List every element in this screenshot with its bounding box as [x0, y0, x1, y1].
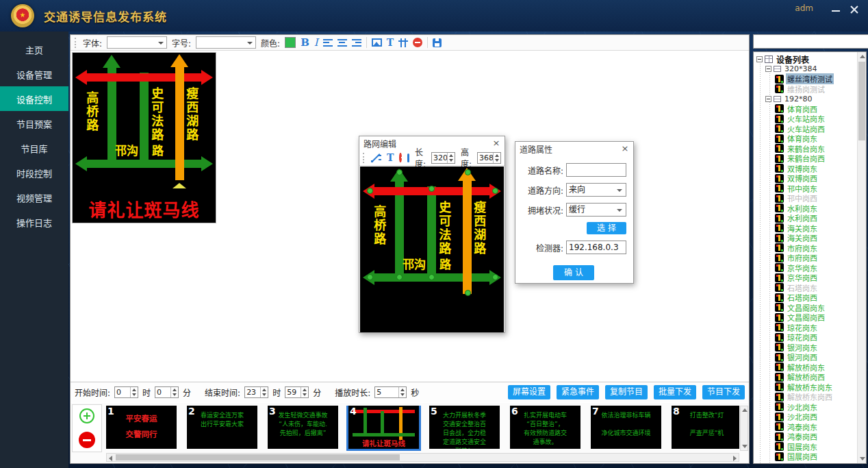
road-editor-titlebar[interactable]: 路网编辑 × — [359, 136, 505, 150]
playlist-item[interactable]: 8 打击整改“灯 严查严惩“机 — [672, 406, 739, 449]
collapse-icon[interactable] — [765, 66, 771, 72]
bold-icon[interactable]: B — [301, 36, 309, 49]
device-item[interactable]: 海关岗东 — [775, 223, 857, 234]
node-handle[interactable] — [429, 186, 435, 192]
scroll-down-icon[interactable] — [742, 445, 748, 448]
stepper-arrows-icon[interactable] — [260, 387, 268, 397]
stepper-arrows-icon[interactable] — [447, 153, 455, 163]
tree-group[interactable]: 192*80 — [765, 94, 857, 104]
node-handle[interactable] — [396, 169, 403, 175]
tree-group[interactable]: 320*384 — [765, 64, 857, 75]
color-swatch[interactable] — [285, 37, 296, 48]
horizontal-scrollbar[interactable] — [106, 453, 739, 462]
node-handle[interactable] — [367, 274, 373, 280]
save-icon[interactable] — [407, 153, 409, 162]
remove-program-button[interactable] — [79, 432, 95, 448]
device-item[interactable]: 来鹤台岗东 — [775, 144, 857, 154]
playlist-item[interactable]: 6 扎实开展电动车 “百日整治”， 有效预防道路交 通事故。 — [510, 406, 580, 449]
select-button[interactable]: 选 择 — [587, 222, 626, 234]
device-search-input[interactable] — [753, 34, 868, 49]
device-item[interactable]: 体育岗西 — [775, 104, 857, 114]
road-direction-select[interactable]: 来向 — [566, 183, 626, 197]
device-item[interactable]: 文昌阁岗西 — [775, 312, 857, 323]
device-item[interactable]: 解放桥岗西 — [775, 372, 857, 382]
insert-text-icon[interactable]: T — [387, 152, 394, 163]
node-handle[interactable] — [465, 290, 471, 296]
height-stepper[interactable]: 368 — [477, 152, 501, 164]
sidebar-item[interactable]: 操作日志 — [0, 210, 68, 234]
end-hour-stepper[interactable]: 23 — [244, 386, 268, 398]
device-item[interactable]: 双博岗东 — [775, 164, 857, 174]
node-handle[interactable] — [492, 188, 498, 194]
device-item[interactable]: 文昌阁岗东 — [775, 303, 857, 313]
device-item[interactable]: 市府岗东 — [775, 243, 857, 254]
device-item[interactable]: 火车站岗东 — [775, 114, 857, 124]
action-button[interactable]: 紧急事件 — [557, 385, 599, 399]
device-item[interactable]: 体育岗东 — [775, 134, 857, 144]
playlist-item[interactable]: 5 大力开展秋冬季 交通安全整治百 日会战，全力稳 定道路交通安全 形势！ — [429, 406, 500, 449]
action-button[interactable]: 屏幕设置 — [508, 385, 550, 399]
device-item[interactable]: 解放桥东岗东 — [775, 382, 857, 393]
device-item[interactable]: 火车站岗西 — [775, 124, 857, 134]
congestion-select[interactable]: 缓行 — [566, 203, 626, 217]
playlist-item[interactable]: 4 请礼让斑马线 — [348, 406, 419, 449]
screen-preview[interactable]: 高桥路 史可法路 瘦西湖路 邗沟 路 请礼让斑马线 — [72, 52, 216, 223]
duration-value[interactable]: 5 — [375, 387, 398, 397]
end-minute-stepper[interactable]: 59 — [285, 386, 309, 398]
italic-icon[interactable]: I — [314, 36, 318, 49]
font-dropdown[interactable] — [107, 36, 167, 49]
draw-road-icon[interactable] — [371, 153, 373, 162]
align-left-icon[interactable] — [323, 39, 333, 47]
stepper-arrows-icon[interactable] — [170, 387, 178, 397]
align-right-icon[interactable] — [352, 39, 361, 47]
end-minute-value[interactable]: 59 — [285, 387, 301, 397]
duration-stepper[interactable]: 5 — [374, 386, 407, 398]
road-editor-canvas[interactable]: 高桥路 史可法路 瘦西湖路 邗沟 路 — [360, 167, 504, 332]
font-size-dropdown[interactable] — [196, 36, 256, 49]
device-item[interactable]: 银河岗东 — [775, 343, 857, 353]
stepper-arrows-icon[interactable] — [301, 387, 308, 397]
playlist-item[interactable]: 1 平安春运 交警同行 — [106, 406, 177, 449]
device-item[interactable]: 水利岗西 — [775, 213, 857, 223]
device-item[interactable]: 海关岗西 — [775, 233, 857, 243]
device-item[interactable]: 琼花岗西 — [775, 332, 857, 343]
node-handle[interactable] — [429, 274, 435, 280]
add-program-button[interactable] — [79, 408, 94, 423]
close-icon[interactable]: × — [621, 145, 629, 153]
scroll-left-icon[interactable] — [109, 456, 112, 461]
scroll-right-icon[interactable] — [733, 456, 737, 461]
device-item[interactable]: 沙北岗西 — [775, 412, 857, 422]
start-minute-stepper[interactable]: 0 — [155, 386, 179, 398]
sidebar-item[interactable]: 节目库 — [0, 136, 68, 160]
sidebar-item[interactable]: 视频管理 — [0, 185, 68, 210]
sidebar-item[interactable]: 设备控制 — [0, 86, 68, 111]
sidebar-item[interactable]: 时段控制 — [0, 160, 68, 185]
start-hour-value[interactable]: 0 — [115, 387, 130, 397]
close-icon[interactable] — [849, 4, 860, 15]
height-value[interactable]: 368 — [478, 153, 493, 163]
collapse-icon[interactable] — [765, 96, 771, 102]
scroll-up-icon[interactable] — [860, 55, 865, 58]
device-item[interactable]: 银河岗西 — [775, 352, 857, 362]
device-item[interactable]: 京华岗东 — [775, 263, 857, 273]
scrollbar-thumb[interactable] — [858, 62, 865, 140]
node-handle[interactable] — [396, 274, 403, 280]
road-network-icon[interactable] — [398, 38, 408, 47]
scroll-up-icon[interactable] — [742, 408, 748, 412]
insert-text-icon[interactable]: T — [387, 37, 394, 48]
device-item[interactable]: 水利岗东 — [775, 204, 857, 214]
align-center-icon[interactable] — [337, 39, 347, 47]
device-item[interactable]: 螺丝湾桥测试 — [775, 74, 857, 84]
playlist-item[interactable]: 7 依法治理非标车辆 净化城市交通环境 — [591, 406, 661, 449]
insert-image-icon[interactable] — [372, 38, 382, 47]
start-hour-stepper[interactable]: 0 — [114, 386, 138, 398]
device-item[interactable]: 国展岗东 — [775, 442, 857, 452]
device-item[interactable]: 维扬岗测试 — [775, 84, 857, 95]
device-item[interactable]: 京华岗西 — [775, 273, 857, 283]
device-item[interactable]: 邗中岗东 — [775, 184, 857, 194]
delete-icon[interactable] — [413, 38, 422, 47]
action-button[interactable]: 复制节目 — [605, 385, 648, 399]
sidebar-item[interactable]: 主页 — [0, 37, 68, 62]
start-minute-value[interactable]: 0 — [155, 387, 170, 397]
device-item[interactable]: 琼花岗东 — [775, 323, 857, 333]
